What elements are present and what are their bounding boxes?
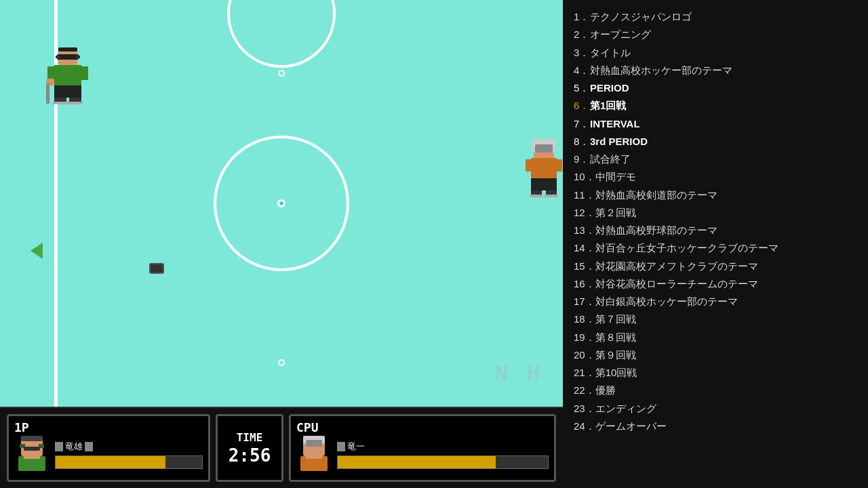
track-item-15[interactable]: 15．対花園高校アメフトクラブのテーマ <box>574 258 857 275</box>
track-item-17[interactable]: 17．対白銀高校ホッケー部のテーマ <box>574 293 857 310</box>
cpu-label: CPU <box>296 420 319 434</box>
svg-rect-14 <box>68 102 83 104</box>
track-item-9[interactable]: 9．試合終了 <box>574 150 857 168</box>
player1-avatar <box>14 434 50 474</box>
svg-rect-2 <box>56 56 60 58</box>
svg-rect-19 <box>526 159 532 171</box>
svg-rect-10 <box>54 85 81 98</box>
game-screen: N H <box>0 0 563 407</box>
rink-center-dot <box>277 199 285 207</box>
svg-rect-21 <box>531 178 557 190</box>
svg-rect-37 <box>306 453 322 459</box>
svg-rect-13 <box>53 102 68 104</box>
player1-hud-panel: 1P 竜雄 <box>7 414 210 482</box>
track-item-19[interactable]: 19．第８回戦 <box>574 329 857 346</box>
svg-rect-18 <box>531 158 557 178</box>
player1-health-bar <box>55 455 203 469</box>
time-panel: TIME 2:56 <box>216 414 283 482</box>
svg-rect-32 <box>24 453 40 459</box>
svg-rect-24 <box>530 195 543 197</box>
svg-rect-30 <box>24 447 40 451</box>
nh-watermark: N H <box>495 361 542 386</box>
track-item-23[interactable]: 23．エンディング <box>574 400 857 418</box>
svg-rect-1 <box>57 54 79 60</box>
rink-top-dot <box>278 70 285 77</box>
player2-sprite <box>526 139 563 200</box>
track-item-8[interactable]: 8．3rd PERIOD <box>574 133 857 150</box>
track-item-6[interactable]: 6．第1回戦 <box>574 97 857 115</box>
cpu-health-bar <box>337 455 549 469</box>
track-item-20[interactable]: 20．第９回戦 <box>574 346 857 364</box>
svg-rect-25 <box>545 195 558 197</box>
player1-label: 1P <box>14 420 29 434</box>
svg-rect-6 <box>47 66 56 80</box>
player1-health-fill <box>56 456 165 468</box>
track-item-22[interactable]: 22．優勝 <box>574 382 857 399</box>
track-item-5[interactable]: 5．PERIOD <box>574 79 857 97</box>
player1-name: 竜雄 <box>55 441 203 453</box>
time-label: TIME <box>237 431 263 444</box>
player1-info: 竜雄 <box>55 441 203 469</box>
track-item-13[interactable]: 13．対熱血高校野球部のテーマ <box>574 222 857 239</box>
player1-sprite <box>46 46 90 107</box>
rink-top-circle <box>227 0 336 68</box>
game-area: N H 1P 竜雄 <box>0 0 563 488</box>
rink-bottom-dot <box>278 359 285 366</box>
svg-rect-17 <box>535 144 553 152</box>
time-value: 2:56 <box>229 445 271 466</box>
track-item-11[interactable]: 11．対熱血高校剣道部のテーマ <box>574 186 857 204</box>
track-item-18[interactable]: 18．第７回戦 <box>574 310 857 328</box>
green-arrow-icon <box>31 243 43 259</box>
track-item-24[interactable]: 24．ゲームオーバー <box>574 418 857 435</box>
puck <box>149 263 164 274</box>
svg-rect-9 <box>46 83 50 104</box>
svg-rect-4 <box>58 47 77 52</box>
svg-rect-27 <box>21 436 43 441</box>
track-item-7[interactable]: 7．INTERVAL <box>574 115 857 133</box>
track-item-2[interactable]: 2．オープニング <box>574 26 857 43</box>
cpu-hud-panel: CPU 竜一 <box>289 414 556 482</box>
cpu-info: 竜一 <box>337 441 549 469</box>
cpu-name: 竜一 <box>337 441 549 453</box>
svg-rect-20 <box>555 159 562 171</box>
cpu-health-fill <box>338 456 496 468</box>
svg-rect-7 <box>80 66 88 80</box>
cpu-avatar <box>296 434 332 474</box>
track-item-1[interactable]: 1．テクノスジャパンロゴ <box>574 8 857 26</box>
track-item-14[interactable]: 14．対百合ヶ丘女子ホッケークラブのテーマ <box>574 239 857 257</box>
track-item-12[interactable]: 12．第２回戦 <box>574 204 857 222</box>
track-item-3[interactable]: 3．タイトル <box>574 44 857 62</box>
svg-rect-3 <box>76 56 80 58</box>
track-list: 1．テクノスジャパンロゴ2．オープニング3．タイトル4．対熱血高校ホッケー部のテ… <box>563 0 868 488</box>
svg-rect-5 <box>54 65 81 85</box>
track-item-10[interactable]: 10．中間デモ <box>574 168 857 186</box>
track-item-16[interactable]: 16．対谷花高校ローラーチームのテーマ <box>574 275 857 293</box>
svg-rect-35 <box>306 440 322 447</box>
game-hud: 1P 竜雄 <box>0 407 563 488</box>
track-item-21[interactable]: 21．第10回戦 <box>574 364 857 382</box>
track-item-4[interactable]: 4．対熱血高校ホッケー部のテーマ <box>574 62 857 79</box>
